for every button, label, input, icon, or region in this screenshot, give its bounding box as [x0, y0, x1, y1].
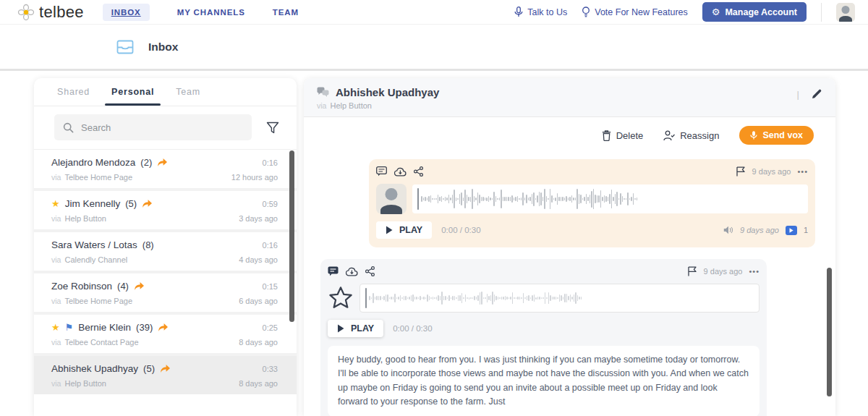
forwarded-icon	[157, 158, 168, 167]
tab-team[interactable]: Team	[176, 78, 200, 106]
brand-name: telbee	[39, 3, 84, 22]
voice-transcript: Hey buddy, good to hear from you. I was …	[328, 346, 760, 416]
waveform-cursor[interactable]	[365, 288, 367, 308]
waveform-cursor[interactable]	[417, 188, 419, 210]
conversation-panel: Abhishek Upadhyay via Help Button |	[304, 78, 835, 416]
via-channel: Telbee Contact Page	[64, 338, 138, 347]
search-input[interactable]	[81, 122, 243, 133]
via-label: via	[51, 297, 61, 305]
send-vox-button[interactable]: Send vox	[739, 126, 814, 145]
voice-duration: 0:15	[263, 282, 278, 291]
via-label: via	[51, 379, 61, 388]
tab-shared[interactable]: Shared	[57, 78, 90, 106]
search-icon	[63, 122, 74, 133]
manage-account-label: Manage Account	[725, 7, 797, 17]
star-icon: ★	[51, 322, 60, 333]
comment-icon[interactable]	[376, 166, 387, 177]
listened-time: 9 days ago	[740, 226, 779, 234]
page-title: Inbox	[148, 41, 178, 54]
conversation-item-selected[interactable]: Abhishek Upadhyay (5) 0:33 via Help Butt…	[34, 356, 297, 394]
nav-divider	[821, 3, 822, 22]
via-label: via	[51, 338, 61, 347]
nav-tab-inbox[interactable]: INBOX	[103, 4, 150, 21]
conversation-toolbar: Delete Reassign Send vox	[304, 117, 835, 152]
manage-account-button[interactable]: ⚙ Manage Account	[702, 2, 807, 22]
flag-outline-icon[interactable]	[736, 166, 746, 177]
avatar-torso	[839, 16, 852, 22]
nav-tab-team[interactable]: TEAM	[273, 8, 299, 17]
reassign-button[interactable]: Reassign	[663, 130, 719, 141]
play-icon	[337, 324, 344, 333]
share-icon[interactable]	[365, 266, 375, 276]
via-label: via	[317, 101, 326, 110]
comment-filled-icon[interactable]	[328, 266, 339, 276]
message-count: (4)	[117, 281, 129, 292]
talk-to-us-label: Talk to Us	[527, 7, 567, 17]
conversation-name: Abhishek Upadhyay	[51, 363, 138, 374]
star-icon: ★	[51, 198, 60, 209]
forwarded-icon	[160, 364, 171, 373]
share-icon[interactable]	[414, 166, 423, 177]
conversation-name: Sara Waters / Lotas	[51, 239, 137, 250]
talk-to-us-link[interactable]: Talk to Us	[514, 7, 567, 17]
filter-funnel-icon[interactable]	[266, 122, 279, 134]
chat-bubbles-icon	[317, 87, 329, 98]
thread-scrollbar[interactable]	[827, 268, 832, 396]
forwarded-icon	[134, 281, 145, 291]
conversation-item[interactable]: Sara Waters / Lotas (8) 0:16 via Calendl…	[34, 232, 297, 271]
message-thread: 9 days ago ••• PLAY	[304, 152, 835, 416]
message-time: 9 days ago	[752, 167, 791, 176]
user-avatar[interactable]	[836, 3, 855, 22]
play-icon	[386, 226, 393, 234]
nav-actions: Talk to Us Vote For New Features ⚙ Manag…	[514, 2, 855, 22]
via-channel: Calendly Channel	[64, 255, 127, 264]
conversation-time: 3 days ago	[239, 214, 278, 223]
send-vox-label: Send vox	[762, 130, 803, 140]
download-cloud-icon[interactable]	[346, 267, 358, 276]
conversation-time: 8 days ago	[239, 379, 278, 388]
vote-features-link[interactable]: Vote For New Features	[582, 7, 688, 17]
audio-waveform[interactable]	[359, 284, 760, 313]
flag-outline-icon[interactable]	[687, 266, 697, 276]
nav-tab-my-channels[interactable]: MY CHANNELS	[177, 8, 245, 17]
gear-icon: ⚙	[712, 7, 720, 17]
message-count: (39)	[136, 322, 153, 333]
star-favorite-icon[interactable]	[328, 285, 354, 311]
conversation-title: Abhishek Upadhyay	[336, 86, 439, 98]
delete-label: Delete	[616, 130, 644, 141]
flower-logo-icon	[17, 4, 35, 21]
via-channel: Telbee Home Page	[64, 297, 132, 305]
message-count: (2)	[140, 157, 152, 168]
tab-personal-label: Personal	[111, 87, 154, 97]
download-cloud-icon[interactable]	[394, 167, 407, 177]
conversation-item[interactable]: Alejandro Mendoza (2) 0:16 via Telbee Ho…	[34, 150, 297, 188]
conversation-item[interactable]: ★ Jim Kennelly (5) 0:59 via Help Button …	[34, 191, 297, 229]
conversation-item[interactable]: ★ ⚑ Bernie Klein (39) 0:25 via Telbee Co…	[34, 315, 297, 353]
delete-button[interactable]: Delete	[602, 130, 644, 141]
more-menu-icon[interactable]: •••	[749, 267, 760, 276]
avatar-torso	[380, 205, 402, 214]
play-button[interactable]: PLAY	[376, 221, 432, 239]
list-scrollbar[interactable]	[289, 150, 294, 322]
conversation-name: Zoe Robinson	[51, 281, 112, 292]
tab-personal[interactable]: Personal	[111, 78, 154, 106]
via-label: via	[51, 214, 61, 223]
conversation-header: Abhishek Upadhyay via Help Button |	[304, 78, 835, 117]
video-play-badge[interactable]	[786, 226, 797, 235]
tab-shared-label: Shared	[57, 87, 90, 97]
voice-message: 9 days ago ••• PLAY	[369, 159, 815, 247]
audio-waveform[interactable]	[412, 184, 808, 213]
search-row	[34, 106, 297, 150]
search-box[interactable]	[54, 114, 252, 140]
play-button[interactable]: PLAY	[328, 320, 383, 337]
more-menu-icon[interactable]: •••	[797, 167, 808, 176]
voice-duration: 0:33	[263, 365, 278, 373]
edit-pencil-icon[interactable]	[811, 88, 822, 100]
telbee-logo[interactable]: telbee	[17, 3, 84, 22]
forwarded-icon	[142, 199, 153, 208]
conversation-item[interactable]: Zoe Robinson (4) 0:15 via Telbee Home Pa…	[34, 273, 297, 312]
conversation-time: 4 days ago	[239, 255, 278, 264]
main-area: Shared Personal Team Alejandro Mendoza (…	[0, 71, 868, 416]
primary-nav: INBOX MY CHANNELS TEAM	[103, 4, 299, 21]
via-channel: Help Button	[64, 214, 106, 223]
